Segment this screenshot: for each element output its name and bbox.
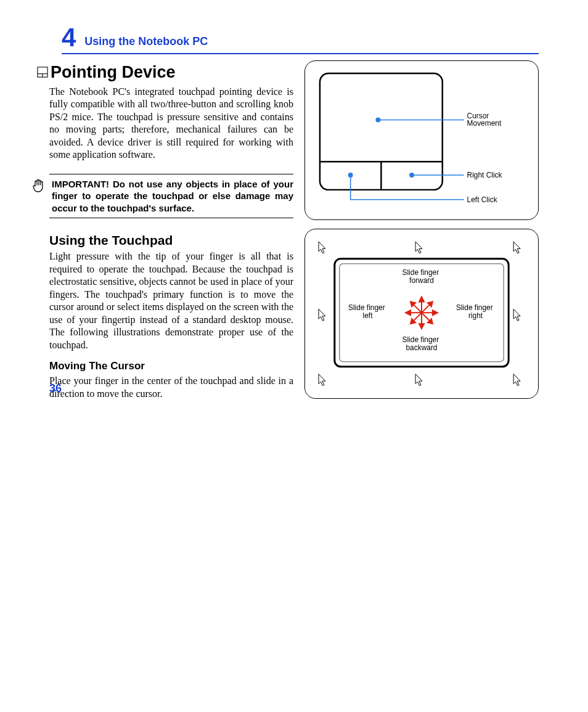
section-heading: Pointing Device [51,63,176,82]
chapter-number: 4 [62,25,76,51]
svg-marker-21 [433,310,438,315]
svg-marker-18 [419,297,424,301]
touchpad-movement-diagram: Slide finger forward Slide finger backwa… [304,229,539,399]
hand-stop-icon [31,178,47,215]
svg-marker-19 [419,324,424,329]
label-left-click: Left Click [467,195,497,204]
chapter-title: Using the Notebook PC [84,35,208,51]
label-cursor-movement-2: Movement [467,119,502,128]
touchpad-callout-diagram: Cursor Movement Right Click Left Click [304,60,539,220]
label-cursor-movement-1: Cursor [467,112,489,120]
svg-marker-20 [406,310,410,315]
touchpad-paragraph: Light pressure with the tip of your fing… [49,250,293,351]
subsubsection-heading: Moving The Cursor [49,360,293,372]
svg-text:Slide finger
            forwa: Slide finger forward [402,268,441,284]
touchpad-icon [37,67,48,80]
page-number: 36 [49,382,62,395]
important-note: IMPORTANT! Do not use any objects in pla… [49,174,293,219]
chapter-header: 4 Using the Notebook PC [62,25,539,54]
svg-text:Cursor
            Movement: Cursor Movement [467,112,502,128]
label-right-click: Right Click [467,171,502,179]
subsection-heading: Using the Touchpad [49,233,293,248]
intro-paragraph: The Notebook PC's integrated touchpad po… [49,86,293,162]
svg-text:Slide finger
            right: Slide finger right [456,303,495,320]
important-note-text: IMPORTANT! Do not use any objects in pla… [52,178,293,215]
svg-text:Slide finger
            backw: Slide finger backward [402,335,441,352]
svg-text:Slide finger
            left: Slide finger left [348,303,387,320]
cursor-paragraph: Place your finger in the center of the t… [49,375,293,400]
